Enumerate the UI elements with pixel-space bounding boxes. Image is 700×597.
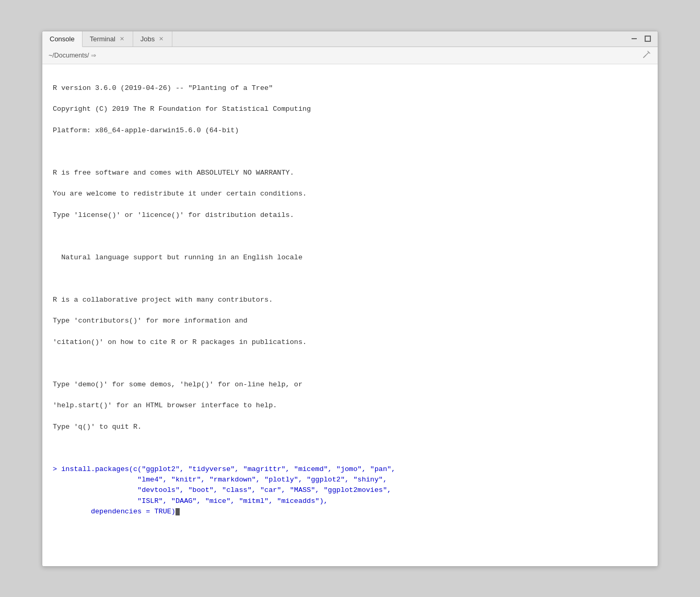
prompt: > — [53, 465, 57, 473]
startup-line-7: Natural language support but running in … — [53, 252, 647, 263]
tab-terminal-label: Terminal — [90, 35, 115, 43]
command-line-5: dependencies = TRUE) — [53, 508, 180, 515]
tab-terminal[interactable]: Terminal ✕ — [83, 31, 133, 47]
maximize-icon — [645, 36, 651, 42]
current-path: ~/Documents/ — [49, 52, 89, 59]
blank-2 — [53, 231, 647, 242]
cursor — [176, 508, 180, 515]
startup-line-6: Type 'license()' or 'licence()' for dist… — [53, 210, 647, 221]
startup-line-11: Type 'demo()' for some demos, 'help()' f… — [53, 380, 647, 390]
startup-line-1: R version 3.6.0 (2019-04-26) -- "Plantin… — [53, 83, 647, 94]
blank-1 — [53, 146, 647, 157]
blank-5 — [53, 443, 647, 453]
startup-line-4: R is free software and comes with ABSOLU… — [53, 168, 647, 178]
tab-terminal-close[interactable]: ✕ — [119, 36, 125, 42]
startup-line-5: You are welcome to redistribute it under… — [53, 189, 647, 199]
startup-line-8: R is a collaborative project with many c… — [53, 295, 647, 305]
maximize-button[interactable] — [642, 34, 654, 43]
startup-line-10: 'citation()' on how to cite R or R packa… — [53, 337, 647, 348]
console-output[interactable]: R version 3.6.0 (2019-04-26) -- "Plantin… — [42, 64, 658, 566]
minimize-button[interactable] — [628, 34, 640, 43]
rstudio-console-panel: Console Terminal ✕ Jobs ✕ ~/Documents/ — [42, 31, 658, 567]
command-line-1: > install.packages(c("ggplot2", "tidyver… — [53, 465, 395, 473]
minimize-icon — [631, 36, 637, 42]
startup-line-12: 'help.start()' for an HTML browser inter… — [53, 400, 647, 411]
tab-jobs-label: Jobs — [141, 35, 155, 43]
tab-console[interactable]: Console — [42, 31, 83, 47]
startup-line-2: Copyright (C) 2019 The R Foundation for … — [53, 104, 647, 114]
command-line-3: "devtools", "boot", "class", "car", "MAS… — [53, 486, 391, 494]
startup-line-13: Type 'q()' to quit R. — [53, 422, 647, 432]
command-line-2: "lme4", "knitr", "rmarkdown", "plotly", … — [53, 476, 387, 484]
path-bar: ~/Documents/ ⇒ — [42, 47, 658, 64]
startup-line-3: Platform: x86_64-apple-darwin15.6.0 (64-… — [53, 125, 647, 136]
svg-rect-0 — [632, 38, 637, 39]
tab-console-label: Console — [50, 35, 75, 43]
tab-bar: Console Terminal ✕ Jobs ✕ — [42, 31, 658, 47]
tab-jobs-close[interactable]: ✕ — [158, 36, 165, 42]
tab-bar-controls — [628, 34, 658, 43]
tab-jobs[interactable]: Jobs ✕ — [133, 31, 172, 47]
path-bar-right — [642, 50, 651, 61]
svg-rect-1 — [645, 36, 650, 41]
startup-line-9: Type 'contributors()' for more informati… — [53, 316, 647, 326]
blank-4 — [53, 358, 647, 369]
command-line-4: "ISLR", "DAAG", "mice", "mitml", "micead… — [53, 497, 328, 505]
blank-3 — [53, 273, 647, 284]
path-navigate-icon[interactable]: ⇒ — [91, 52, 96, 59]
clear-console-icon[interactable] — [642, 52, 651, 61]
